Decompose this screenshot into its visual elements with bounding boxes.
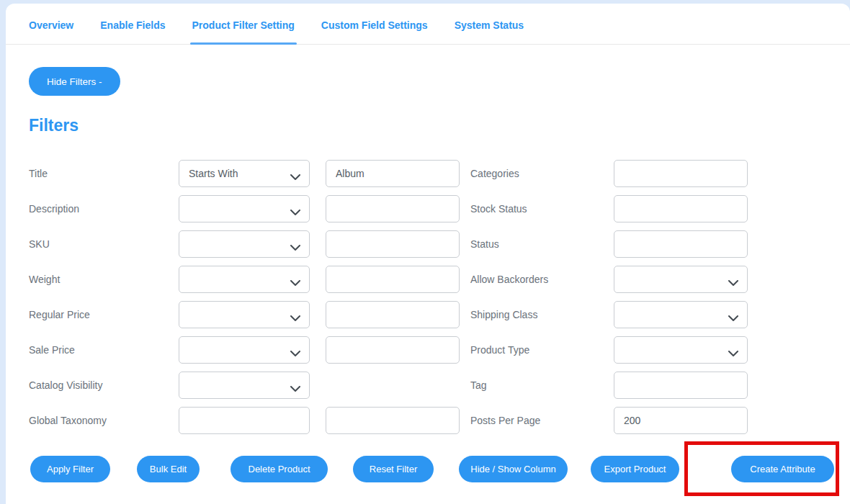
tab-enable-fields[interactable]: Enable Fields: [100, 19, 165, 32]
title-condition-value: Starts With: [179, 161, 309, 186]
global-taxonomy-label: Global Taxonomy: [29, 415, 179, 426]
filter-row-global-taxonomy: Global Taxonomy: [29, 407, 470, 434]
allow-backorders-select[interactable]: [614, 266, 748, 293]
global-taxonomy-input-2[interactable]: [326, 407, 460, 434]
filter-grid: Title Starts With Description: [29, 160, 850, 442]
catalog-visibility-select[interactable]: [179, 372, 310, 399]
stock-status-input[interactable]: [614, 195, 748, 222]
filter-row-title: Title Starts With: [29, 160, 470, 187]
action-buttons-row: Apply Filter Bulk Edit Delete Product Re…: [6, 456, 850, 499]
title-label: Title: [29, 168, 179, 179]
create-attribute-button[interactable]: Create Attribute: [731, 456, 834, 482]
sale-price-value-input[interactable]: [326, 336, 460, 364]
filter-row-product-type: Product Type: [470, 336, 831, 364]
chevron-down-icon: [290, 241, 300, 254]
chevron-down-icon: [290, 312, 300, 325]
filter-row-posts-per-page: Posts Per Page: [470, 407, 831, 434]
regular-price-condition-select[interactable]: [179, 301, 310, 328]
tag-input[interactable]: [614, 372, 748, 399]
filter-row-stock-status: Stock Status: [470, 195, 831, 222]
chevron-down-icon: [290, 171, 300, 184]
delete-product-button[interactable]: Delete Product: [231, 456, 328, 482]
weight-condition-select[interactable]: [179, 266, 310, 293]
shipping-class-select[interactable]: [614, 301, 748, 328]
filter-row-shipping-class: Shipping Class: [470, 301, 831, 328]
categories-input[interactable]: [614, 160, 748, 187]
filter-row-description: Description: [29, 195, 470, 222]
regular-price-label: Regular Price: [29, 309, 179, 320]
description-value-input[interactable]: [326, 195, 460, 222]
chevron-down-icon: [728, 276, 738, 289]
tab-system-status[interactable]: System Status: [455, 19, 524, 32]
global-taxonomy-input-1[interactable]: [179, 407, 310, 434]
allow-backorders-label: Allow Backorders: [470, 274, 614, 285]
sku-condition-select[interactable]: [179, 230, 310, 258]
filter-column-left: Title Starts With Description: [29, 160, 470, 442]
filter-row-categories: Categories: [470, 160, 831, 187]
categories-label: Categories: [470, 168, 614, 179]
bulk-edit-button[interactable]: Bulk Edit: [137, 456, 200, 482]
tab-product-filter-setting[interactable]: Product Filter Setting: [192, 19, 295, 32]
posts-per-page-label: Posts Per Page: [470, 415, 614, 426]
weight-value-input[interactable]: [326, 266, 460, 293]
filter-row-sale-price: Sale Price: [29, 336, 470, 364]
catalog-visibility-label: Catalog Visibility: [29, 379, 179, 391]
filters-heading: Filters: [29, 116, 850, 135]
sale-price-label: Sale Price: [29, 344, 179, 356]
filter-row-weight: Weight: [29, 266, 470, 293]
apply-filter-button[interactable]: Apply Filter: [30, 456, 110, 482]
sku-label: SKU: [29, 238, 179, 250]
settings-card: Overview Enable Fields Product Filter Se…: [6, 4, 850, 504]
filter-row-catalog-visibility: Catalog Visibility: [29, 372, 470, 399]
tag-label: Tag: [470, 379, 614, 391]
filter-row-sku: SKU: [29, 230, 470, 258]
filter-row-allow-backorders: Allow Backorders: [470, 266, 831, 293]
filter-column-right: Categories Stock Status Status Allow Bac…: [470, 160, 831, 442]
description-condition-select[interactable]: [179, 195, 310, 222]
filter-row-tag: Tag: [470, 372, 831, 399]
stock-status-label: Stock Status: [470, 203, 614, 215]
chevron-down-icon: [728, 347, 738, 360]
sale-price-condition-select[interactable]: [179, 336, 310, 364]
title-condition-select[interactable]: Starts With: [179, 160, 310, 187]
status-label: Status: [470, 238, 614, 250]
filter-panel: Hide Filters - Filters Title Starts With…: [6, 45, 850, 442]
export-product-button[interactable]: Export Product: [591, 456, 679, 482]
tab-overview[interactable]: Overview: [29, 19, 73, 32]
weight-label: Weight: [29, 274, 179, 285]
posts-per-page-input[interactable]: [614, 407, 748, 434]
description-label: Description: [29, 203, 179, 215]
status-input[interactable]: [614, 230, 748, 258]
tab-bar: Overview Enable Fields Product Filter Se…: [6, 4, 850, 45]
chevron-down-icon: [290, 347, 300, 360]
chevron-down-icon: [728, 312, 738, 325]
sku-value-input[interactable]: [326, 230, 460, 258]
filter-row-regular-price: Regular Price: [29, 301, 470, 328]
filter-row-status: Status: [470, 230, 831, 258]
chevron-down-icon: [290, 276, 300, 289]
hide-filters-button[interactable]: Hide Filters -: [29, 67, 120, 96]
tab-custom-field-settings[interactable]: Custom Field Settings: [321, 19, 428, 32]
product-type-label: Product Type: [470, 344, 614, 356]
hide-show-column-button[interactable]: Hide / Show Column: [459, 456, 568, 482]
chevron-down-icon: [290, 382, 300, 395]
product-type-select[interactable]: [614, 336, 748, 364]
title-value-input[interactable]: [326, 160, 460, 187]
reset-filter-button[interactable]: Reset Filter: [353, 456, 434, 482]
shipping-class-label: Shipping Class: [470, 309, 614, 320]
chevron-down-icon: [290, 206, 300, 219]
regular-price-value-input[interactable]: [326, 301, 460, 328]
